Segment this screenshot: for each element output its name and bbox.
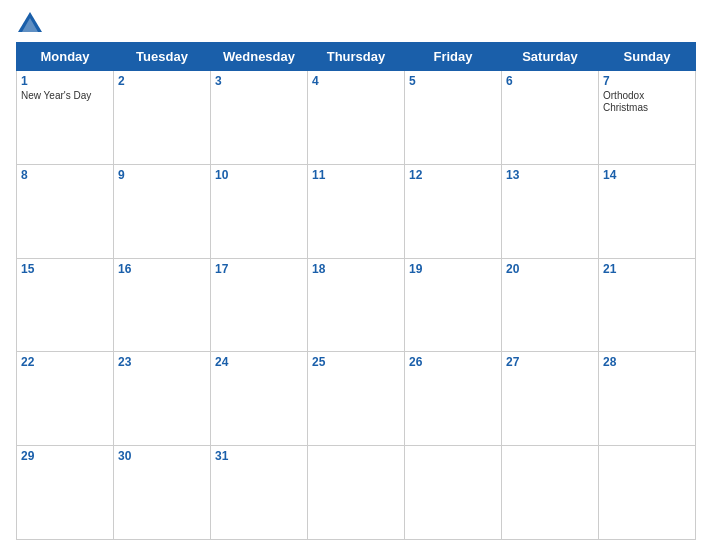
day-number: 14 xyxy=(603,168,691,182)
calendar-cell: 19 xyxy=(405,258,502,352)
calendar-cell: 27 xyxy=(502,352,599,446)
day-number: 22 xyxy=(21,355,109,369)
day-number: 7 xyxy=(603,74,691,88)
calendar-cell xyxy=(308,446,405,540)
day-number: 24 xyxy=(215,355,303,369)
day-number: 19 xyxy=(409,262,497,276)
day-number: 21 xyxy=(603,262,691,276)
day-number: 26 xyxy=(409,355,497,369)
calendar-cell xyxy=(405,446,502,540)
calendar-cell xyxy=(599,446,696,540)
calendar-cell: 16 xyxy=(114,258,211,352)
calendar-cell: 14 xyxy=(599,164,696,258)
logo xyxy=(16,10,48,38)
day-number: 12 xyxy=(409,168,497,182)
day-number: 10 xyxy=(215,168,303,182)
calendar-cell: 3 xyxy=(211,71,308,165)
logo-icon xyxy=(16,10,44,38)
day-number: 27 xyxy=(506,355,594,369)
calendar-cell: 1New Year's Day xyxy=(17,71,114,165)
calendar-week-5: 293031 xyxy=(17,446,696,540)
day-header-monday: Monday xyxy=(17,43,114,71)
day-header-wednesday: Wednesday xyxy=(211,43,308,71)
holiday-label: Orthodox Christmas xyxy=(603,90,691,114)
day-header-thursday: Thursday xyxy=(308,43,405,71)
day-header-friday: Friday xyxy=(405,43,502,71)
calendar-cell: 5 xyxy=(405,71,502,165)
day-number: 1 xyxy=(21,74,109,88)
calendar-cell: 8 xyxy=(17,164,114,258)
calendar-cell: 7Orthodox Christmas xyxy=(599,71,696,165)
calendar-cell: 20 xyxy=(502,258,599,352)
day-number: 16 xyxy=(118,262,206,276)
day-number: 28 xyxy=(603,355,691,369)
calendar-week-3: 15161718192021 xyxy=(17,258,696,352)
day-number: 11 xyxy=(312,168,400,182)
day-number: 4 xyxy=(312,74,400,88)
calendar-week-4: 22232425262728 xyxy=(17,352,696,446)
day-number: 3 xyxy=(215,74,303,88)
calendar-week-1: 1New Year's Day234567Orthodox Christmas xyxy=(17,71,696,165)
day-number: 30 xyxy=(118,449,206,463)
calendar-cell: 13 xyxy=(502,164,599,258)
calendar-week-2: 891011121314 xyxy=(17,164,696,258)
calendar: MondayTuesdayWednesdayThursdayFridaySatu… xyxy=(16,42,696,540)
calendar-cell: 2 xyxy=(114,71,211,165)
day-number: 2 xyxy=(118,74,206,88)
day-header-sunday: Sunday xyxy=(599,43,696,71)
calendar-header-row: MondayTuesdayWednesdayThursdayFridaySatu… xyxy=(17,43,696,71)
calendar-cell: 17 xyxy=(211,258,308,352)
day-number: 15 xyxy=(21,262,109,276)
calendar-cell: 25 xyxy=(308,352,405,446)
day-number: 17 xyxy=(215,262,303,276)
calendar-cell: 10 xyxy=(211,164,308,258)
calendar-cell: 29 xyxy=(17,446,114,540)
day-header-tuesday: Tuesday xyxy=(114,43,211,71)
calendar-cell: 18 xyxy=(308,258,405,352)
day-number: 31 xyxy=(215,449,303,463)
calendar-cell: 9 xyxy=(114,164,211,258)
calendar-cell: 21 xyxy=(599,258,696,352)
day-number: 25 xyxy=(312,355,400,369)
calendar-cell: 23 xyxy=(114,352,211,446)
day-number: 9 xyxy=(118,168,206,182)
holiday-label: New Year's Day xyxy=(21,90,109,102)
day-number: 13 xyxy=(506,168,594,182)
day-number: 6 xyxy=(506,74,594,88)
day-number: 5 xyxy=(409,74,497,88)
calendar-cell: 26 xyxy=(405,352,502,446)
day-number: 29 xyxy=(21,449,109,463)
calendar-cell: 28 xyxy=(599,352,696,446)
top-bar xyxy=(16,10,696,38)
calendar-cell: 30 xyxy=(114,446,211,540)
day-number: 18 xyxy=(312,262,400,276)
day-number: 23 xyxy=(118,355,206,369)
calendar-cell: 12 xyxy=(405,164,502,258)
calendar-cell: 31 xyxy=(211,446,308,540)
calendar-cell: 11 xyxy=(308,164,405,258)
calendar-cell: 15 xyxy=(17,258,114,352)
calendar-cell: 22 xyxy=(17,352,114,446)
day-number: 8 xyxy=(21,168,109,182)
calendar-cell: 24 xyxy=(211,352,308,446)
day-header-saturday: Saturday xyxy=(502,43,599,71)
calendar-cell xyxy=(502,446,599,540)
day-number: 20 xyxy=(506,262,594,276)
calendar-cell: 6 xyxy=(502,71,599,165)
calendar-cell: 4 xyxy=(308,71,405,165)
